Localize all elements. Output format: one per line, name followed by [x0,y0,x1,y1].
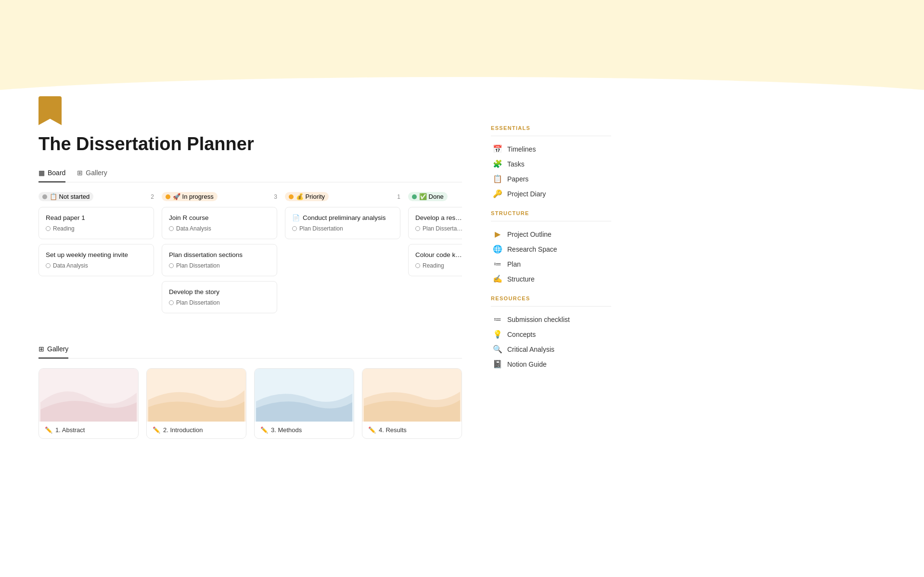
sidebar-item-structure[interactable]: ✍ Structure [491,272,611,286]
card-tag: Plan Disserta… [415,225,462,232]
column-in-progress: 🚀 In progress 3 Join R course Data Analy… [162,192,277,318]
tag-circle-icon [415,263,420,268]
plan-icon: ≔ [493,259,502,269]
gallery-card-image [255,369,354,422]
not-started-label: 📋 Not started [50,193,90,200]
tab-gallery-active[interactable]: ⊞ Gallery [38,345,68,359]
structure-label: STRUCTURE [491,210,611,216]
sidebar-item-research-space[interactable]: 🌐 Research Space [491,242,611,256]
resources-divider [491,306,611,307]
tab-bar: ▦ Board ⊞ Gallery [38,169,462,182]
priority-label: 💰 Priority [296,193,325,200]
gallery-card-icon: ✏️ [368,426,376,434]
sidebar-item-notion-guide[interactable]: 📓 Notion Guide [491,357,611,371]
tag-circle-icon [169,226,174,231]
column-header-priority: 💰 Priority 1 [285,192,400,201]
sidebar-item-submission-checklist[interactable]: ≔ Submission checklist [491,312,611,326]
gallery-card-label: ✏️ 3. Methods [255,422,354,438]
doc-icon: 📄 [292,214,300,221]
column-priority: 💰 Priority 1 📄 Conduct preliminary analy… [285,192,400,318]
sidebar-item-project-outline[interactable]: ▶ Project Outline [491,227,611,241]
card-title: Plan dissertation sections [169,251,270,258]
column-header-done: ✅ Done 2 [408,192,462,201]
column-not-started: 📋 Not started 2 Read paper 1 Reading S [38,192,154,318]
sidebar-item-plan[interactable]: ≔ Plan [491,257,611,271]
card-join-r-course[interactable]: Join R course Data Analysis [162,207,277,239]
tasks-icon: 🧩 [493,159,502,168]
gallery-card-image [147,369,246,422]
checklist-label: Submission checklist [507,316,570,323]
column-done: ✅ Done 2 Develop a res… Plan Disserta… [408,192,462,318]
tab-board[interactable]: ▦ Board [38,169,65,182]
gallery-card-image [39,369,138,422]
tab-gallery[interactable]: ⊞ Gallery [77,169,107,182]
tag-circle-icon [415,226,420,231]
done-label: ✅ Done [419,193,444,200]
sidebar-item-project-diary[interactable]: 🔑 Project Diary [491,187,611,201]
tag-circle-icon [292,226,297,231]
card-title: 📄 Conduct preliminary analysis [292,214,393,221]
card-title: Read paper 1 [46,214,147,221]
page-header: The Dissertation Planner [38,0,462,154]
gallery-label: Gallery [47,345,68,353]
plan-label: Plan [507,260,521,268]
not-started-dot [42,194,47,199]
sidebar: ESSENTIALS 📅 Timelines 🧩 Tasks 📋 Papers … [481,0,626,458]
gallery-card-label: ✏️ 2. Introduction [147,422,246,438]
research-label: Research Space [507,245,557,253]
sidebar-item-concepts[interactable]: 💡 Concepts [491,327,611,341]
critical-icon: 🔍 [493,345,502,354]
resources-label: RESOURCES [491,295,611,301]
gallery-card-icon: ✏️ [153,426,160,434]
gallery-card-methods[interactable]: ✏️ 3. Methods [254,368,354,439]
card-tag: Plan Dissertation [292,225,393,232]
card-tag: Data Analysis [169,225,270,232]
card-title: Join R course [169,214,270,221]
gallery-card-results[interactable]: ✏️ 4. Results [362,368,462,439]
concepts-icon: 💡 [493,330,502,339]
board-tab-icon: ▦ [38,169,45,177]
gallery-tab-label: Gallery [86,169,107,177]
sidebar-item-papers[interactable]: 📋 Papers [491,172,611,186]
structure-item-label: Structure [507,275,535,283]
in-progress-count: 3 [274,193,277,200]
card-read-paper[interactable]: Read paper 1 Reading [38,207,154,239]
tag-circle-icon [46,263,51,268]
tag-circle-icon [169,300,174,305]
card-colour-code[interactable]: Colour code k… Reading [408,244,462,276]
tag-circle-icon [46,226,51,231]
card-develop-story[interactable]: Develop the story Plan Dissertation [162,281,277,313]
column-header-in-progress: 🚀 In progress 3 [162,192,277,201]
sidebar-section-resources: RESOURCES ≔ Submission checklist 💡 Conce… [491,295,611,371]
card-title: Develop a res… [415,214,462,221]
card-tag: Plan Dissertation [169,299,270,306]
card-develop-res[interactable]: Develop a res… Plan Disserta… [408,207,462,239]
diary-label: Project Diary [507,190,546,198]
critical-label: Critical Analysis [507,346,554,353]
card-title: Develop the story [169,288,270,295]
tasks-label: Tasks [507,160,525,168]
sidebar-item-tasks[interactable]: 🧩 Tasks [491,157,611,171]
structure-icon: ✍ [493,274,502,283]
sidebar-section-structure: STRUCTURE ▶ Project Outline 🌐 Research S… [491,210,611,286]
page-title: The Dissertation Planner [38,134,462,154]
gallery-card-icon: ✏️ [45,426,52,434]
sidebar-item-critical-analysis[interactable]: 🔍 Critical Analysis [491,342,611,356]
priority-dot [289,194,294,199]
card-weekly-meeting[interactable]: Set up weekly meeting invite Data Analys… [38,244,154,276]
card-conduct-analysis[interactable]: 📄 Conduct preliminary analysis Plan Diss… [285,207,400,239]
card-plan-dissertation-sections[interactable]: Plan dissertation sections Plan Disserta… [162,244,277,276]
gallery-card-icon: ✏️ [260,426,268,434]
concepts-label: Concepts [507,331,536,338]
timelines-icon: 📅 [493,144,502,154]
card-title: Set up weekly meeting invite [46,251,147,258]
gallery-card-introduction[interactable]: ✏️ 2. Introduction [146,368,246,439]
in-progress-dot [166,194,170,199]
research-icon: 🌐 [493,244,502,254]
sidebar-item-timelines[interactable]: 📅 Timelines [491,142,611,156]
diary-icon: 🔑 [493,189,502,198]
sidebar-section-essentials: ESSENTIALS 📅 Timelines 🧩 Tasks 📋 Papers … [491,125,611,201]
gallery-card-abstract[interactable]: ✏️ 1. Abstract [38,368,139,439]
column-header-not-started: 📋 Not started 2 [38,192,154,201]
outline-icon: ▶ [493,230,502,239]
